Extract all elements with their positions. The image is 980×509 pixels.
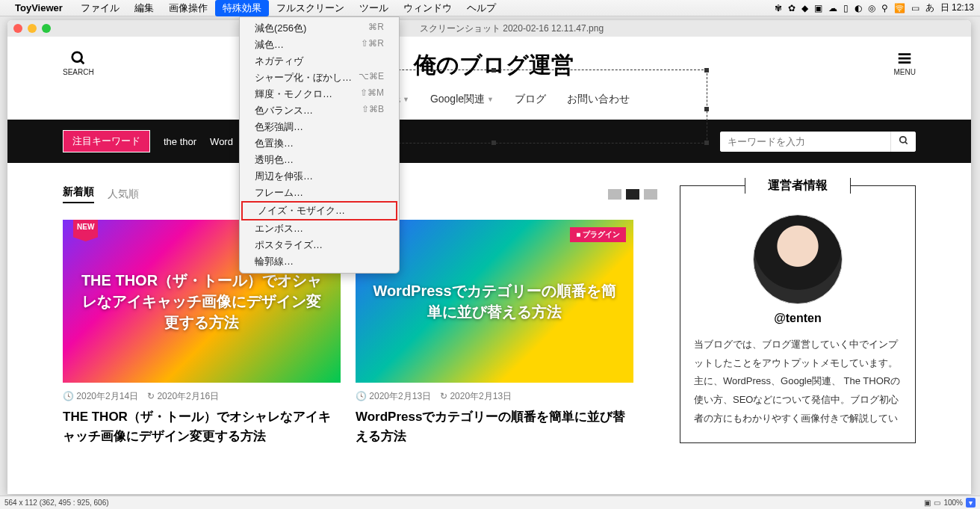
update-icon: ↻ 2020年2月16日 <box>147 390 219 403</box>
svg-line-6 <box>905 141 907 144</box>
mac-menubar: ToyViewer ファイル 編集 画像操作 特殊効果 フルスクリーン ツール … <box>0 0 980 16</box>
menubar-right: ✾ ✿ ◆ ▣ ☁ ▯ ◐ ◎ ⚲ 🛜 ▭ あ 日 12:13 <box>775 1 974 14</box>
bluetooth-icon[interactable]: ⚲ <box>881 3 888 13</box>
dd-item-14[interactable]: 輪郭線… <box>240 253 399 270</box>
kw-tag-1[interactable]: Word <box>210 136 233 147</box>
menu-button[interactable]: MENU <box>894 50 916 76</box>
search-submit[interactable] <box>890 132 916 152</box>
svg-line-1 <box>81 61 84 64</box>
dd-item-7[interactable]: 色置換… <box>240 135 399 152</box>
battery-icon[interactable]: ▭ <box>911 3 919 13</box>
post-title[interactable]: WordPressでカテゴリーの順番を簡単に並び替える方法 <box>356 407 633 445</box>
thumb-text: THE THOR（ザ・トール）でオシャレなアイキャッチ画像にデザイン変更する方法 <box>63 270 341 333</box>
search-label: SEARCH <box>63 68 94 76</box>
status-bar: 564 x 112 (362, 495 : 925, 606) ▣ ▭ 100%… <box>0 496 980 509</box>
hamburger-icon <box>896 50 913 67</box>
status-coords: 564 x 112 (362, 495 : 925, 606) <box>4 499 109 507</box>
update-icon: ↻ 2020年2月13日 <box>440 390 512 403</box>
view-compact-icon[interactable] <box>644 189 657 200</box>
clock-icon: 🕓 2020年2月13日 <box>356 390 431 403</box>
dd-item-8[interactable]: 透明色… <box>240 152 399 168</box>
new-badge: NEW <box>73 220 98 241</box>
evernote-icon[interactable]: ✾ <box>775 3 782 13</box>
wifi-icon[interactable]: 🛜 <box>894 3 905 13</box>
zoom-value: 100% <box>943 499 963 507</box>
author-name[interactable]: @tenten <box>694 312 902 325</box>
input-icon[interactable]: あ <box>925 1 934 14</box>
window-title: スクリーンショット 2020-02-16 12.11.47.png <box>420 22 604 35</box>
cloud-icon[interactable]: ☁ <box>828 3 837 13</box>
dd-item-12[interactable]: エンボス… <box>240 220 399 237</box>
clock-icon: 🕓 2020年2月14日 <box>63 390 138 403</box>
post-title[interactable]: THE THOR（ザ・トール）でオシャレなアイキャッチ画像にデザイン変更する方法 <box>63 407 341 445</box>
menu-fullscreen[interactable]: フルスクリーン <box>269 0 352 16</box>
svg-point-0 <box>72 52 82 62</box>
effects-dropdown: 減色(256色)⌘R 減色…⇧⌘R ネガティヴ シャープ化・ぼかし…⌥⌘E 輝度… <box>239 16 400 274</box>
sidebar-author-box: 運営者情報 @tenten 当ブログでは、ブログ運営していく中でインプットしたこ… <box>680 185 916 443</box>
dd-item-10[interactable]: フレーム… <box>240 185 399 201</box>
menu-file[interactable]: ファイル <box>73 0 127 16</box>
kw-tag-0[interactable]: the thor <box>164 136 196 147</box>
dd-item-2[interactable]: ネガティヴ <box>240 53 399 70</box>
dd-item-6[interactable]: 色彩強調… <box>240 119 399 135</box>
zoom-icon[interactable] <box>42 24 51 33</box>
menu-image[interactable]: 画像操作 <box>161 0 215 16</box>
clock[interactable]: 日 12:13 <box>940 1 974 14</box>
dropbox-icon[interactable]: ◆ <box>801 3 808 13</box>
flag-icon[interactable]: ▯ <box>843 3 849 13</box>
menu-effects[interactable]: 特殊効果 <box>215 0 269 16</box>
window-content: SEARCH 俺のブログ運営 MENU WordPress▼ Google関連▼… <box>7 37 971 494</box>
siri-icon[interactable]: ◎ <box>868 3 875 13</box>
dd-item-5[interactable]: 色バランス…⇧⌘B <box>240 102 399 119</box>
sort-new[interactable]: 新着順 <box>63 185 94 203</box>
view-grid-icon[interactable] <box>626 189 639 200</box>
status-icon[interactable]: ◐ <box>855 3 862 13</box>
search-button[interactable]: SEARCH <box>63 50 94 76</box>
dd-item-4[interactable]: 輝度・モノクロ…⇧⌘M <box>240 86 399 102</box>
post-meta: 🕓 2020年2月14日 ↻ 2020年2月16日 <box>63 383 341 407</box>
avatar <box>753 215 843 304</box>
search-icon <box>899 135 909 146</box>
dd-item-3[interactable]: シャープ化・ぼかし…⌥⌘E <box>240 70 399 86</box>
view-list-icon[interactable] <box>608 189 621 200</box>
actual-icon[interactable]: ▭ <box>934 499 940 507</box>
menu-edit[interactable]: 編集 <box>127 0 161 16</box>
keyword-search <box>720 132 916 152</box>
svg-point-5 <box>899 136 905 142</box>
post-meta: 🕓 2020年2月13日 ↻ 2020年2月13日 <box>356 383 633 407</box>
dd-item-13[interactable]: ポスタライズ… <box>240 237 399 253</box>
close-icon[interactable] <box>13 24 22 33</box>
app-name[interactable]: ToyViewer <box>15 2 63 13</box>
dd-item-9[interactable]: 周辺を伸張… <box>240 168 399 185</box>
zoom-dropdown[interactable]: ▾ <box>966 498 976 508</box>
line-icon[interactable]: ▣ <box>814 3 822 13</box>
menu-label: MENU <box>894 68 916 76</box>
search-icon <box>70 50 87 67</box>
author-desc: 当ブログでは、ブログ運営していく中でインプットしたことをアウトプットメモしていま… <box>694 336 902 428</box>
category-badge: ■ プラグイン <box>570 227 626 242</box>
fit-icon[interactable]: ▣ <box>924 499 931 507</box>
menu-tools[interactable]: ツール <box>352 0 396 16</box>
menu-window[interactable]: ウィンドウ <box>396 0 459 16</box>
minimize-icon[interactable] <box>28 24 37 33</box>
search-input[interactable] <box>720 132 890 152</box>
dd-item-noise-mosaic[interactable]: ノイズ・モザイク… <box>241 201 397 220</box>
keyword-label: 注目キーワード <box>63 130 150 152</box>
app-window: スクリーンショット 2020-02-16 12.11.47.png SEARCH… <box>7 20 971 494</box>
sort-popular[interactable]: 人気順 <box>108 188 139 201</box>
sidebar-heading: 運営者情報 <box>745 178 851 194</box>
thumb-text: WordPressでカテゴリーの順番を簡単に並び替える方法 <box>356 280 633 322</box>
dd-item-0[interactable]: 減色(256色)⌘R <box>240 20 399 37</box>
menu-help[interactable]: ヘルプ <box>459 0 503 16</box>
titlebar[interactable]: スクリーンショット 2020-02-16 12.11.47.png <box>7 20 971 37</box>
sync-icon[interactable]: ✿ <box>788 3 796 13</box>
dd-item-1[interactable]: 減色…⇧⌘R <box>240 37 399 53</box>
